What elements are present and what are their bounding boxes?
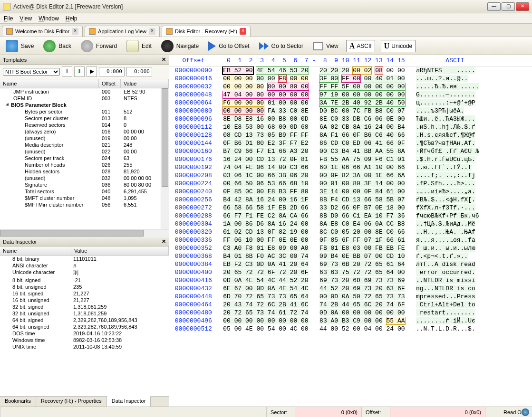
arrow-up-button[interactable]: ⬆ <box>62 66 72 77</box>
hex-row[interactable]: 0000000016 00 00 00 00 00 F8 00 00 3F 00… <box>169 75 532 83</box>
hex-row[interactable]: 0000000160 B7 C9 66 F7 E1 66 A3 20 00 C3… <box>169 147 532 155</box>
save-button[interactable]: Save <box>4 39 36 53</box>
menu-file[interactable]: File <box>4 15 13 22</box>
table-row[interactable]: 8 bit, unsigned235 <box>0 284 169 290</box>
table-row[interactable]: Media descriptor021248 <box>0 142 169 148</box>
table-row[interactable]: Signature03680 00 80 00 <box>0 181 169 188</box>
table-row[interactable]: OEM ID003NTFS <box>0 95 169 102</box>
edit-button[interactable]: Edit <box>125 39 154 53</box>
table-row[interactable]: Windows time8982-03-16 02:53:38 <box>0 337 169 343</box>
table-row[interactable]: Sectors per track02463 <box>0 155 169 161</box>
hex-row[interactable]: 0000000240 0F 85 0C 00 E8 B3 FF 80 3E 14… <box>169 188 532 196</box>
hex-row[interactable]: 0000000032 00 00 00 00 80 00 80 00 FF FF… <box>169 83 532 91</box>
panel-close-icon[interactable]: ✕ <box>162 238 166 245</box>
arrow-down-button[interactable]: ⬇ <box>74 66 85 77</box>
hex-row[interactable]: 0000000464 20 43 74 72 6C 2B 41 6C 74 2B… <box>169 301 532 309</box>
tab-close-icon[interactable]: × <box>149 28 155 35</box>
table-row[interactable]: 64 bit, signed2,329,282,760,189,956,843 <box>0 317 169 323</box>
tab-properties[interactable]: Recovery (H:) - Properties <box>36 397 107 407</box>
hex-row[interactable]: 0000000176 16 24 00 CD 13 72 0F 81 FB 55… <box>169 155 532 163</box>
maximize-button[interactable]: ▢ <box>502 2 515 11</box>
horizontal-scrollbar[interactable] <box>0 229 169 237</box>
panel-close-icon[interactable]: ✕ <box>162 57 166 63</box>
menu-help[interactable]: Help <box>66 15 77 22</box>
hex-row[interactable]: 0000000080 00 00 00 00 FA 33 C0 8E D0 BC… <box>169 107 532 115</box>
hex-row[interactable]: 0000000512 05 00 4E 00 54 00 4C 00 44 00… <box>169 325 532 333</box>
table-row[interactable]: (unused)03200 00 00 00 <box>0 175 169 181</box>
tab-diskeditor[interactable]: Disk Editor - Recovery (H:) × <box>162 26 251 37</box>
hex-row[interactable]: 0000000368 B4 01 8B F0 AC 3C 00 74 09 B4… <box>169 252 532 260</box>
hex-row[interactable]: 0000000304 1A 00 86 D6 8A 16 24 00 8A E8… <box>169 220 532 228</box>
table-row[interactable]: Total sectors0406,291,455 <box>0 188 169 195</box>
table-row[interactable]: Number of heads026255 <box>0 161 169 168</box>
table-row[interactable]: Bytes per sector011512 <box>0 108 169 115</box>
table-row[interactable]: 32 bit, signed1,318,081,259 <box>0 303 169 310</box>
goto-offset-button[interactable]: Go to Offset <box>206 40 251 52</box>
hex-row[interactable]: 0000000384 EB F2 C3 0D 0A 41 20 64 69 73… <box>169 260 532 268</box>
table-row[interactable]: $MFTMirr cluster number0566,551 <box>0 201 169 208</box>
hex-row[interactable]: 0000000048 47 04 00 00 00 00 00 00 97 19… <box>169 91 532 99</box>
hex-row[interactable]: 0000000112 10 E8 53 00 68 00 0D 68 6A 02… <box>169 123 532 131</box>
close-button[interactable]: ✕ <box>516 2 529 11</box>
hex-row[interactable]: 0000000000 EB 52 90 4E 54 46 53 20 20 20… <box>169 66 532 75</box>
hex-row[interactable]: 0000000480 20 72 65 73 74 61 72 74 0D 0A… <box>169 309 532 317</box>
back-button[interactable]: Back <box>41 39 73 53</box>
table-row[interactable]: DOS time2019-04-16 10:23:22 <box>0 330 169 337</box>
table-row[interactable]: 8 bit, binary11101011 <box>0 256 169 262</box>
col-value[interactable]: Value <box>71 246 169 255</box>
ascii-button[interactable]: AASCII <box>346 40 375 52</box>
hex-pane[interactable]: Offset 0 1 2 3 4 5 6 7 - 8 9 10 11 12 13… <box>169 55 532 407</box>
forward-button[interactable]: Forward <box>79 39 119 53</box>
table-row[interactable]: Sectors per cluster0138 <box>0 115 169 122</box>
hex-row[interactable]: 0000000416 0D 0A 4E 54 4C 44 52 20 69 73… <box>169 276 532 284</box>
menu-view[interactable]: View <box>19 15 32 22</box>
unicode-button[interactable]: UUnicode <box>381 40 416 52</box>
goto-sector-button[interactable]: Go to Sector <box>257 41 305 51</box>
view-button[interactable]: View <box>311 41 340 51</box>
table-row[interactable]: JMP instruction000EB 52 90 <box>0 88 169 95</box>
menu-window[interactable]: Window <box>39 15 59 22</box>
table-row[interactable]: BIOS Parameter Block <box>0 102 169 108</box>
table-row[interactable]: 32 bit, unsigned1,318,081,259 <box>0 310 169 317</box>
table-row[interactable]: Reserved sectors0140 <box>0 122 169 128</box>
hex-row[interactable]: 0000000064 F6 00 00 00 01 00 00 00 3A 7E… <box>169 99 532 107</box>
tab-inspector[interactable]: Data Inspector <box>107 396 151 407</box>
hex-row[interactable]: 0000000144 0F B6 D1 80 E2 3F F7 E2 86 CD… <box>169 139 532 147</box>
hex-row[interactable]: 0000000336 FF 06 10 00 FF 0E 0E 00 0F 85… <box>169 236 532 244</box>
tab-bookmarks[interactable]: Bookmarks <box>0 397 36 407</box>
hex-row[interactable]: 0000000400 20 65 72 72 6F 72 20 6F 63 63… <box>169 268 532 276</box>
pos-a[interactable]: 0:000 <box>99 67 125 76</box>
hex-row[interactable]: 0000000256 B4 42 8A 16 24 00 16 1F 8B F4… <box>169 196 532 204</box>
table-row[interactable]: (unused)01900 00 <box>0 135 169 142</box>
table-row[interactable]: 16 bit, signed21,227 <box>0 290 169 297</box>
hex-row[interactable]: 0000000128 08 CD 13 73 05 B9 FF FF 8A F1… <box>169 131 532 139</box>
hex-row[interactable]: 0000000288 66 F7 F1 FE C2 8A CA 66 8B D0… <box>169 212 532 220</box>
hex-row[interactable]: 0000000192 74 04 FE 06 14 00 C3 66 60 1E… <box>169 163 532 171</box>
vertical-scrollbar[interactable] <box>161 88 169 229</box>
tab-log[interactable]: Application Log View × <box>85 26 160 37</box>
tab-welcome[interactable]: Welcome to Disk Editor × <box>2 26 83 37</box>
tab-close-icon[interactable]: × <box>240 28 246 35</box>
col-value[interactable]: Value <box>121 79 169 88</box>
table-row[interactable]: UNIX time2011-10-08 13:40:59 <box>0 343 169 350</box>
table-row[interactable]: 64 bit, unsigned2,329,282,760,189,956,84… <box>0 323 169 330</box>
inspector-grid[interactable]: 8 bit, binary11101011ANSI characterлUnic… <box>0 256 169 396</box>
navigate-button[interactable]: Navigate <box>159 39 201 53</box>
template-select[interactable]: NTFS Boot Sector <box>3 68 60 76</box>
hex-row[interactable]: 0000000272 66 58 66 58 1F EB 2D 66 33 D2… <box>169 204 532 212</box>
table-row[interactable]: (always zero)01600 00 00 <box>0 128 169 135</box>
table-row[interactable]: 8 bit, signed-21 <box>0 277 169 284</box>
hex-row[interactable]: 0000000096 8E D8 E8 16 00 B8 00 0D 8E C0… <box>169 115 532 123</box>
col-offset[interactable]: Offset <box>99 79 121 88</box>
hex-row[interactable]: 0000000320 01 02 CD 13 0F 82 19 00 8C C0… <box>169 228 532 236</box>
goto-first-button[interactable]: ▶ <box>87 66 97 77</box>
table-row[interactable]: Unicode character刵 <box>0 269 169 277</box>
hex-row[interactable]: 0000000224 00 66 50 06 53 66 68 10 00 01… <box>169 180 532 188</box>
tab-close-icon[interactable]: × <box>72 28 78 35</box>
minimize-button[interactable]: — <box>487 2 501 11</box>
col-name[interactable]: Name <box>0 246 71 255</box>
hex-row[interactable]: 0000000352 C3 A0 F8 01 E8 09 00 A0 FB 01… <box>169 244 532 252</box>
table-row[interactable]: $MFT cluster number0481,095 <box>0 195 169 201</box>
table-row[interactable]: Hidden sectors02881,920 <box>0 168 169 175</box>
pos-b[interactable]: 0:000 <box>126 67 152 76</box>
